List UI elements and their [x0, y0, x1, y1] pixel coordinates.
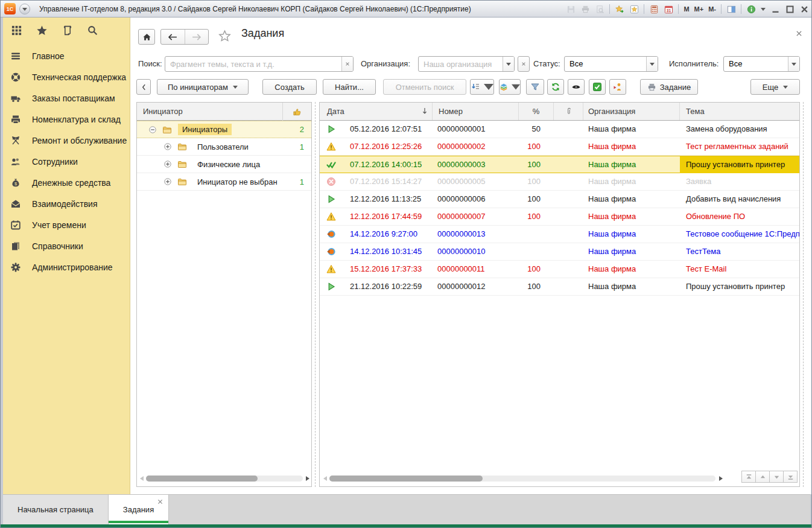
sort-order-icon[interactable]	[470, 79, 494, 95]
sidebar-item[interactable]: Сотрудники	[3, 151, 130, 172]
right-splitter[interactable]	[803, 102, 804, 487]
calculator-icon[interactable]	[649, 4, 659, 14]
go-up-icon[interactable]	[755, 471, 770, 483]
tree-row[interactable]: Физические лица	[137, 156, 311, 173]
table-row[interactable]: 05.12.2016 12:07:51 00000000001 50 Наша …	[320, 121, 799, 138]
refresh-icon[interactable]	[547, 79, 564, 95]
expand-icon[interactable]	[164, 178, 171, 185]
split-window-icon[interactable]	[726, 4, 736, 14]
sidebar-item[interactable]: Администрирование	[3, 256, 130, 278]
organization-input[interactable]	[419, 57, 503, 71]
tree-row[interactable]: Инициаторы 2	[137, 121, 311, 138]
column-header-date[interactable]: Дата	[320, 103, 433, 120]
expand-icon[interactable]	[164, 143, 171, 150]
complete-task-icon[interactable]	[589, 79, 606, 95]
close-icon[interactable]	[799, 4, 809, 14]
collapse-icon[interactable]	[149, 126, 156, 133]
tree-header[interactable]: Инициатор	[137, 103, 311, 121]
search-input[interactable]	[165, 57, 341, 71]
items-count-column-icon[interactable]	[282, 103, 311, 121]
expand-icon[interactable]	[164, 161, 171, 168]
print-icon[interactable]	[580, 4, 590, 14]
sidebar-item[interactable]: Главное	[3, 45, 130, 66]
clear-search-icon[interactable]	[341, 57, 353, 71]
memory-add-button[interactable]: M+	[694, 4, 704, 14]
sidebar-item[interactable]: Номенклатура и склад	[3, 109, 130, 130]
go-to-top-icon[interactable]	[741, 471, 756, 483]
tree-row[interactable]: Инициатор не выбран 1	[137, 173, 311, 191]
save-icon[interactable]	[566, 4, 576, 14]
back-button[interactable]	[161, 30, 185, 44]
filter-icon[interactable]	[526, 79, 544, 95]
executor-select[interactable]: Все	[723, 56, 800, 72]
attachment-column-icon[interactable]	[554, 103, 583, 120]
window-tab[interactable]: Начальная страница	[3, 495, 109, 524]
sidebar-item[interactable]: Заказы поставщикам	[3, 87, 130, 109]
tree-horizontal-scrollbar[interactable]	[137, 474, 312, 483]
clear-organization-icon[interactable]	[518, 56, 530, 72]
scroll-left-icon[interactable]	[140, 476, 144, 481]
column-header-organization[interactable]: Организация	[583, 103, 680, 120]
sidebar-item[interactable]: Учет времени	[3, 214, 130, 235]
status-select[interactable]: Все	[564, 56, 658, 72]
more-button[interactable]: Еще	[750, 79, 800, 95]
forward-button[interactable]	[185, 30, 209, 44]
info-icon[interactable]	[746, 4, 756, 14]
main-menu-button[interactable]	[19, 4, 30, 14]
scroll-right-icon[interactable]	[719, 476, 723, 481]
create-button[interactable]: Создать	[262, 79, 317, 95]
panel-splitter[interactable]	[315, 102, 316, 487]
column-header-percent[interactable]: %	[519, 103, 554, 120]
home-button[interactable]	[138, 29, 155, 45]
redirect-task-icon[interactable]	[609, 79, 626, 95]
find-button[interactable]: Найти...	[323, 79, 376, 95]
go-down-icon[interactable]	[769, 471, 784, 483]
sidebar-item[interactable]: $ Денежные средства	[3, 172, 130, 193]
status-dropdown-icon[interactable]	[646, 57, 658, 71]
maximize-icon[interactable]	[785, 4, 795, 14]
history-icon[interactable]	[61, 24, 73, 36]
tree-scroll-thumb[interactable]	[146, 476, 258, 482]
table-row[interactable]: 12.12.2016 17:44:59 00000000007 100 Наша…	[320, 208, 799, 226]
column-header-number[interactable]: Номер	[433, 103, 519, 120]
cancel-search-button[interactable]: Отменить поиск	[383, 79, 466, 95]
form-close-icon[interactable]	[794, 28, 804, 38]
table-row[interactable]: 07.12.2016 15:14:27 00000000005 100 Наша…	[320, 173, 799, 191]
add-to-favorites-icon[interactable]	[615, 4, 624, 14]
search-icon[interactable]	[86, 24, 98, 36]
table-row[interactable]: 07.12.2016 12:25:26 00000000002 100 Наша…	[320, 138, 799, 156]
sidebar-item[interactable]: Ремонт и обслуживание	[3, 130, 130, 151]
group-by-button[interactable]: По инициаторам	[157, 79, 249, 95]
column-header-subject[interactable]: Тема	[680, 103, 799, 120]
table-row[interactable]: 15.12.2016 17:37:33 00000000011 100 Наша…	[320, 261, 799, 278]
sidebar-item[interactable]: Справочники	[3, 235, 130, 256]
favorites-icon[interactable]	[629, 4, 639, 14]
info-dropdown-icon[interactable]	[761, 8, 766, 11]
favorites-star-icon[interactable]	[36, 24, 48, 36]
table-row[interactable]: 07.12.2016 14:00:15 00000000003 100 Наша…	[320, 156, 799, 173]
collapse-panel-button[interactable]	[136, 79, 151, 95]
print-preview-icon[interactable]	[595, 4, 604, 14]
viewed-status-icon[interactable]	[568, 79, 585, 95]
sidebar-item[interactable]: Техническая поддержка	[3, 66, 130, 87]
table-horizontal-scrollbar[interactable]	[320, 474, 736, 483]
minimize-icon[interactable]	[770, 4, 780, 14]
sidebar-item[interactable]: Взаимодействия	[3, 193, 130, 214]
table-row[interactable]: 14.12.2016 10:31:45 00000000010 Наша фир…	[320, 243, 799, 261]
tab-close-icon[interactable]	[157, 499, 163, 504]
table-row[interactable]: 12.12.2016 11:13:25 00000000006 100 Наша…	[320, 191, 799, 208]
go-to-bottom-icon[interactable]	[783, 471, 798, 483]
table-scroll-thumb[interactable]	[329, 476, 483, 482]
print-settings-icon[interactable]	[499, 79, 521, 95]
memory-recall-button[interactable]: M	[684, 4, 689, 14]
tree-row[interactable]: Пользователи 1	[137, 138, 311, 156]
window-tab[interactable]: Задания	[109, 495, 169, 524]
executor-dropdown-icon[interactable]	[788, 57, 799, 71]
table-row[interactable]: 14.12.2016 9:27:00 00000000013 Наша фирм…	[320, 226, 799, 243]
memory-subtract-button[interactable]: M-	[708, 4, 716, 14]
scroll-left-icon[interactable]	[323, 476, 327, 481]
table-row[interactable]: 21.12.2016 10:22:59 00000000012 100 Наша…	[320, 278, 799, 296]
favorite-star-icon[interactable]	[218, 30, 231, 42]
organization-dropdown-icon[interactable]	[503, 57, 514, 71]
calendar-icon[interactable]: 31	[664, 4, 673, 14]
